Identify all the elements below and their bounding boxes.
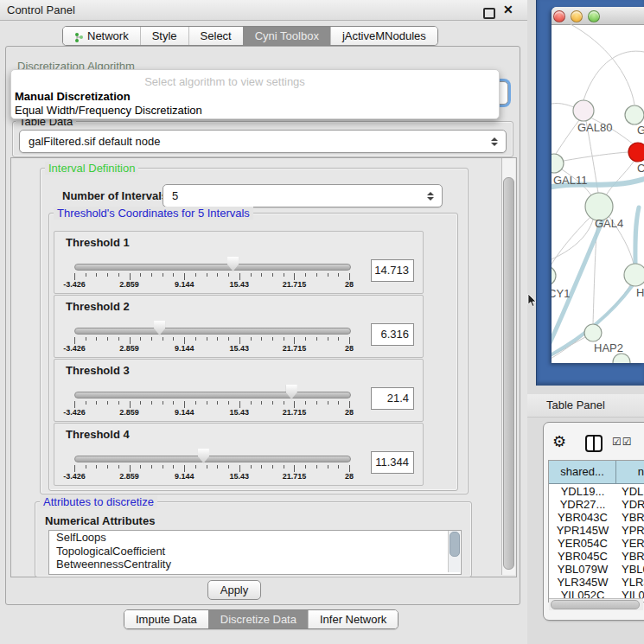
attributes-scrollbar-thumb[interactable]: [450, 532, 460, 557]
network-node-ga[interactable]: [625, 105, 644, 124]
control-panel: Control Panel ✕ NetworkStyleSelectCyni T…: [0, 0, 527, 644]
table-row[interactable]: YDL19...YDL1: [549, 485, 644, 498]
tab-style[interactable]: Style: [140, 27, 188, 45]
tick-mark: [96, 273, 97, 277]
threshold-value-field[interactable]: 6.316: [371, 323, 414, 346]
tab-select[interactable]: Select: [188, 27, 243, 45]
cell-name: YDR2: [622, 498, 644, 511]
node-label: GAL80: [577, 121, 612, 134]
slider-track[interactable]: [74, 392, 351, 399]
network-edge[interactable]: [552, 337, 585, 360]
tick-mark: [217, 401, 218, 405]
node-table[interactable]: shared... name YDL19...YDL1YDR27...YDR2Y…: [548, 460, 644, 603]
tick-mark: [228, 337, 229, 341]
network-node-hap2[interactable]: [584, 324, 602, 341]
network-node-gal80[interactable]: [573, 100, 594, 121]
tick-mark: [140, 465, 141, 469]
column-header-shared-name[interactable]: shared...: [549, 461, 616, 484]
tick-mark: [217, 337, 218, 341]
checkbox-icons[interactable]: ☑☑: [612, 436, 633, 448]
network-edge[interactable]: [571, 24, 634, 105]
tick-mark: [195, 465, 196, 469]
tick-mark: [163, 401, 163, 405]
network-edge[interactable]: [552, 103, 576, 108]
tick-mark: [207, 273, 207, 277]
table-row[interactable]: YDR27...YDR2: [549, 498, 644, 511]
network-node[interactable]: [613, 354, 630, 363]
tick-mark: [328, 337, 328, 341]
tick-mark: [305, 337, 306, 341]
network-edge[interactable]: [583, 51, 644, 100]
bottom-tab-discretize-data[interactable]: Discretize Data: [208, 610, 308, 628]
number-of-intervals-spinner[interactable]: 5: [163, 184, 443, 207]
attribute-item-topologicalcoefficient[interactable]: TopologicalCoefficient: [49, 545, 461, 558]
mouse-cursor: [527, 294, 538, 308]
bottom-tab-impute-data[interactable]: Impute Data: [124, 610, 208, 628]
tick-mark: [173, 337, 174, 341]
numerical-attributes-list[interactable]: SelfLoopsTopologicalCoefficientBetweenne…: [48, 530, 462, 575]
zoom-traffic-light-icon[interactable]: [588, 10, 600, 22]
threshold-value-field[interactable]: 11.344: [371, 451, 414, 474]
tick-mark: [251, 401, 252, 405]
cell-shared-name: YBR043C: [549, 511, 616, 524]
tick-mark: [261, 337, 262, 341]
gear-icon[interactable]: ⚙: [552, 432, 566, 451]
close-traffic-light-icon[interactable]: [553, 10, 565, 22]
threshold-value-field[interactable]: 14.713: [371, 259, 414, 282]
network-node-gal11[interactable]: [552, 154, 564, 173]
algorithm-option-equal-width-frequency[interactable]: Equal Width/Frequency Discretization: [15, 104, 202, 117]
horizontal-scrollbar-thumb[interactable]: [551, 600, 640, 609]
tick-mark: [272, 337, 273, 341]
network-node-ha[interactable]: [624, 264, 644, 286]
threshold-value-field[interactable]: 21.4: [371, 387, 414, 410]
tab-network[interactable]: Network: [63, 27, 140, 45]
float-window-icon[interactable]: [483, 8, 495, 19]
table-row[interactable]: YPR145WYPR1: [549, 524, 644, 537]
tick-mark: [261, 273, 262, 277]
table-row[interactable]: YER054CYER0: [549, 537, 644, 550]
split-columns-icon[interactable]: [585, 435, 603, 452]
network-node-c[interactable]: [628, 143, 644, 162]
table-row[interactable]: YBL079WYBL0: [549, 563, 644, 576]
network-edge[interactable]: [606, 162, 634, 195]
tick-mark: [74, 465, 75, 472]
network-edge[interactable]: [556, 120, 579, 154]
number-of-intervals-value: 5: [172, 189, 178, 202]
tick-mark: [239, 465, 240, 472]
table-row[interactable]: YBR043CYBR0: [549, 511, 644, 524]
network-canvas[interactable]: GAL80GACGAL11GAL4GCY1HAHAP2: [552, 24, 644, 363]
column-header-name[interactable]: name: [616, 461, 644, 484]
cell-shared-name: YER054C: [549, 537, 616, 550]
cell-shared-name: YLR345W: [549, 576, 616, 589]
network-edge[interactable]: [635, 207, 639, 265]
close-icon[interactable]: ✕: [503, 3, 513, 16]
vertical-scrollbar-thumb[interactable]: [503, 177, 514, 570]
tick-mark: [151, 401, 152, 405]
node-label: HA: [636, 286, 644, 299]
table-row[interactable]: YBR045CYBR0: [549, 550, 644, 563]
bottom-tab-label-discretize-data: Discretize Data: [220, 610, 296, 628]
table-data-combobox[interactable]: galFiltered.sif default node: [19, 130, 507, 153]
tick-mark: [195, 273, 196, 277]
tab-cyni-toolbox[interactable]: Cyni Toolbox: [243, 27, 330, 45]
table-panel-title: Table Panel: [546, 399, 605, 411]
network-node-gcy1[interactable]: [552, 266, 556, 285]
algorithm-option-manual-discretization[interactable]: Manual Discretization: [15, 90, 131, 103]
tick-label: 2.859: [119, 472, 139, 481]
minimize-traffic-light-icon[interactable]: [571, 10, 583, 22]
tab-jactivemnodules[interactable]: jActiveMNodules: [330, 27, 437, 45]
attribute-item-selfloops[interactable]: SelfLoops: [49, 531, 461, 545]
panel-title: Control Panel: [7, 3, 75, 16]
slider-track[interactable]: [74, 328, 351, 335]
tick-mark: [349, 273, 350, 280]
attribute-item-betweennesscentrality[interactable]: BetweennessCentrality: [49, 558, 461, 571]
tick-label: 21.715: [283, 344, 307, 353]
slider-track[interactable]: [74, 264, 351, 271]
thresholds-group-title: Threshold's Coordinates for 5 Intervals: [54, 207, 253, 220]
table-row[interactable]: YLR345WYLR3: [549, 576, 644, 589]
bottom-tab-infer-network[interactable]: Infer Network: [308, 610, 398, 628]
apply-button[interactable]: Apply: [207, 580, 261, 600]
network-edge[interactable]: [564, 152, 628, 161]
slider-track[interactable]: [74, 456, 351, 462]
tick-mark: [140, 273, 141, 277]
